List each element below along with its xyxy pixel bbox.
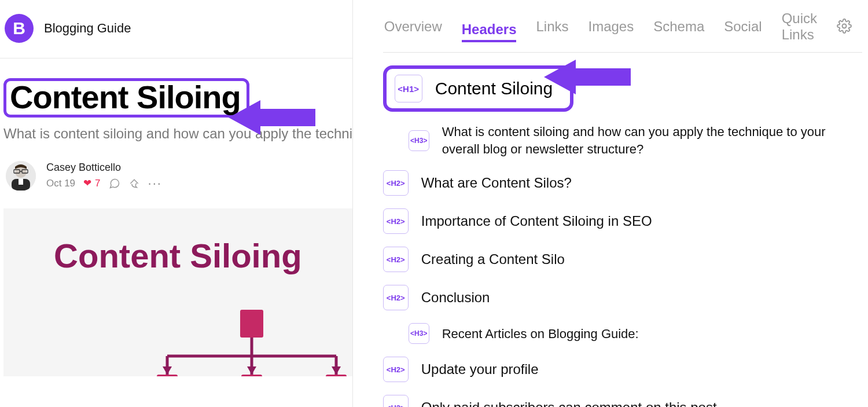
- article-title: Content Siloing: [10, 81, 241, 113]
- silo-tree-graphic: [136, 310, 352, 376]
- svg-marker-27: [544, 60, 631, 94]
- header-tag-h2: <H2>: [383, 170, 409, 196]
- header-text[interactable]: Importance of Content Siloing in SEO: [421, 212, 652, 230]
- svg-marker-14: [247, 366, 256, 375]
- header-text[interactable]: Update your profile: [421, 360, 539, 379]
- header-text[interactable]: Only paid subscribers can comment on thi…: [421, 398, 717, 407]
- blog-logo[interactable]: B: [5, 14, 34, 43]
- header-tag-h3: <H3>: [409, 130, 429, 151]
- headers-list: <H1> Content Siloing <H3> What is conten…: [383, 53, 862, 407]
- author-name[interactable]: Casey Botticello: [46, 162, 162, 174]
- header-tag-h2: <H2>: [383, 395, 409, 407]
- article-date: Oct 19: [46, 178, 75, 189]
- header-text[interactable]: Content Siloing: [435, 79, 553, 98]
- svg-point-26: [843, 24, 847, 28]
- hero-title: Content Siloing: [3, 208, 352, 275]
- panel-tabs: Overview Headers Links Images Schema Soc…: [383, 8, 862, 53]
- tab-overview[interactable]: Overview: [384, 16, 442, 38]
- header-tag-h2: <H2>: [383, 357, 409, 382]
- header-tag-h2: <H2>: [383, 285, 409, 310]
- tab-quick-links[interactable]: Quick Links: [782, 8, 817, 46]
- tab-images[interactable]: Images: [589, 16, 634, 38]
- header-tag-h1: <H1>: [395, 75, 422, 102]
- header-row: <H3> What is content siloing and how can…: [383, 123, 862, 157]
- tab-headers[interactable]: Headers: [462, 19, 517, 42]
- header-text[interactable]: What are Content Silos?: [421, 174, 572, 192]
- heart-icon[interactable]: ❤: [83, 177, 91, 189]
- svg-marker-13: [163, 366, 172, 375]
- annotation-arrow-left: [229, 97, 315, 138]
- hero-image: Content Siloing: [3, 208, 352, 376]
- tab-links[interactable]: Links: [536, 16, 568, 38]
- header-row: <H2> What are Content Silos?: [383, 170, 862, 196]
- header-row: <H2> Update your profile: [383, 357, 862, 382]
- article-preview-pane: B Blogging Guide Content Siloing What is…: [0, 0, 353, 407]
- share-icon[interactable]: [128, 178, 140, 189]
- header-row: <H2> Only paid subscribers can comment o…: [383, 395, 862, 407]
- blog-header: B Blogging Guide: [0, 0, 352, 58]
- comment-icon[interactable]: [109, 178, 120, 189]
- svg-rect-17: [241, 375, 262, 376]
- seo-panel: Overview Headers Links Images Schema Soc…: [353, 0, 868, 407]
- author-avatar[interactable]: [6, 161, 36, 191]
- header-text[interactable]: Creating a Content Silo: [421, 250, 565, 269]
- header-row: <H2> Conclusion: [383, 285, 862, 310]
- svg-rect-16: [157, 375, 178, 376]
- title-highlight-box: Content Siloing: [3, 78, 249, 118]
- byline-meta-row: Oct 19 ❤ 7 ···: [46, 176, 162, 191]
- annotation-arrow-right: [544, 57, 631, 97]
- tab-schema[interactable]: Schema: [653, 16, 704, 38]
- header-tag-h2: <H2>: [383, 247, 409, 272]
- byline: Casey Botticello Oct 19 ❤ 7 ···: [3, 161, 352, 191]
- header-row: <H3> Recent Articles on Blogging Guide:: [383, 323, 862, 344]
- header-row: <H2> Importance of Content Siloing in SE…: [383, 208, 862, 234]
- tab-social[interactable]: Social: [724, 16, 762, 38]
- svg-rect-3: [19, 179, 23, 185]
- header-tag-h2: <H2>: [383, 208, 409, 234]
- svg-marker-15: [332, 366, 341, 375]
- svg-rect-7: [240, 310, 263, 338]
- header-text[interactable]: What is content siloing and how can you …: [442, 123, 847, 157]
- header-text[interactable]: Recent Articles on Blogging Guide:: [442, 325, 639, 343]
- header-tag-h3: <H3>: [409, 323, 429, 344]
- header-row: <H2> Creating a Content Silo: [383, 247, 862, 272]
- more-icon[interactable]: ···: [148, 176, 162, 191]
- svg-rect-18: [326, 375, 347, 376]
- svg-marker-25: [229, 100, 315, 135]
- like-count: 7: [95, 178, 100, 189]
- gear-icon[interactable]: [837, 19, 852, 36]
- header-text[interactable]: Conclusion: [421, 288, 490, 307]
- byline-text: Casey Botticello Oct 19 ❤ 7 ···: [46, 162, 162, 191]
- logo-letter: B: [13, 19, 25, 38]
- blog-name[interactable]: Blogging Guide: [44, 21, 131, 36]
